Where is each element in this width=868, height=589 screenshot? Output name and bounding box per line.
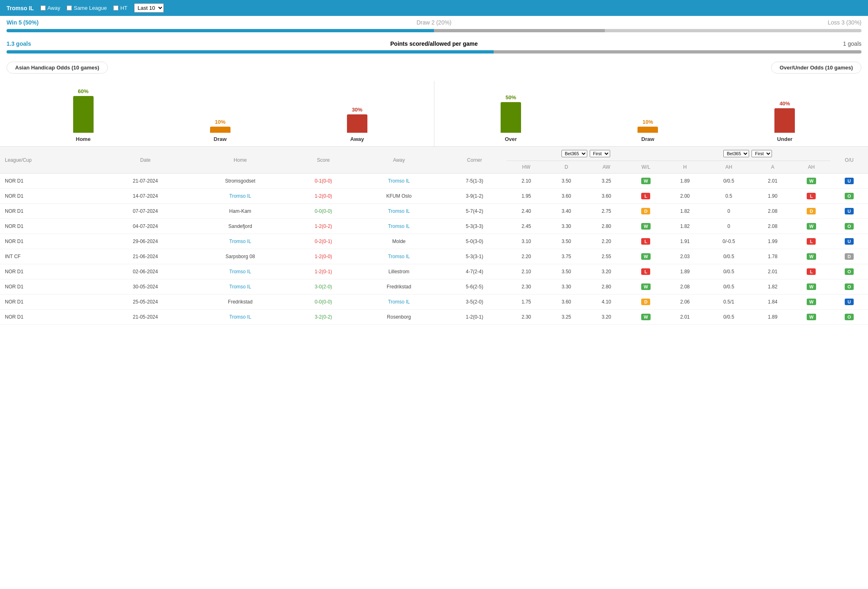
ht-checkbox-label[interactable]: HT [113, 5, 127, 11]
filter-select[interactable]: Last 10 Last 20 All [134, 3, 164, 13]
ah2-badge: W [807, 178, 816, 184]
cell-aw: 2.80 [586, 279, 626, 294]
win-bar [7, 29, 434, 32]
wl-badge: L [641, 268, 650, 275]
table-row: NOR D1 25-05-2024 Fredrikstad 0-0(0-0) T… [0, 294, 868, 310]
home-team-link[interactable]: Tromso IL [229, 193, 251, 199]
cell-date: 02-06-2024 [102, 264, 189, 279]
cell-ah: 0/0.5 [705, 264, 753, 279]
cell-ah2: L [792, 264, 830, 279]
wl-badge: W [641, 178, 650, 184]
cell-home: Ham-Kam [189, 204, 291, 219]
stats-bar: Win 5 (50%) Draw 2 (20%) Loss 3 (30%) [0, 16, 868, 27]
bar-away: 30% Away [347, 107, 367, 142]
cell-ah: 0/0.5 [705, 174, 753, 189]
cell-ou: U [830, 294, 868, 310]
cell-date: 04-07-2024 [102, 219, 189, 234]
cell-h: 2.06 [665, 294, 705, 310]
cell-h: 1.91 [665, 234, 705, 249]
cell-score: 3-0(2-0) [292, 279, 355, 294]
ou-badge: O [845, 193, 854, 199]
away-checkbox[interactable] [40, 5, 46, 11]
col-d: D [546, 161, 586, 174]
ah2-badge: L [807, 238, 816, 245]
cell-aw: 3.25 [586, 174, 626, 189]
cell-aw: 3.20 [586, 310, 626, 325]
home-team-link[interactable]: Tromso IL [229, 314, 251, 320]
away-team-link[interactable]: Tromso IL [388, 299, 410, 305]
cell-home: Tromso IL [189, 279, 291, 294]
table-row: NOR D1 21-07-2024 Stromsgodset 0-1(0-0) … [0, 174, 868, 189]
goals-title: Points scored/allowed per game [47, 40, 821, 47]
cell-date: 14-07-2024 [102, 189, 189, 204]
cell-wl: W [626, 219, 665, 234]
ou-badge: U [845, 208, 854, 214]
table-row: NOR D1 07-07-2024 Ham-Kam 0-0(0-0) Troms… [0, 204, 868, 219]
away-checkbox-label[interactable]: Away [40, 5, 60, 11]
cell-ah2: W [792, 279, 830, 294]
ht-checkbox[interactable] [113, 5, 119, 11]
cell-away: KFUM Oslo [355, 189, 443, 204]
cell-date: 25-05-2024 [102, 294, 189, 310]
draw-right-pct: 10% [642, 119, 653, 125]
cell-home: Sandefjord [189, 219, 291, 234]
col-date: Date [102, 147, 189, 174]
cell-away: Lillestrom [355, 264, 443, 279]
ah2-badge: W [807, 283, 816, 290]
first-select-2[interactable]: First [752, 150, 772, 157]
cell-hw: 2.10 [506, 174, 546, 189]
draw-left-bar-rect [210, 127, 230, 133]
cell-league: NOR D1 [0, 219, 102, 234]
cell-date: 30-05-2024 [102, 279, 189, 294]
bet365-select-2[interactable]: Bet365 [723, 150, 749, 157]
cell-d: 3.50 [546, 234, 586, 249]
cell-ah2: D [792, 204, 830, 219]
over-bar-rect [501, 102, 521, 133]
cell-home: Tromso IL [189, 234, 291, 249]
away-team: KFUM Oslo [386, 193, 412, 199]
cell-ah: 0.5 [705, 189, 753, 204]
cell-away: Molde [355, 234, 443, 249]
home-team-link[interactable]: Tromso IL [229, 239, 251, 244]
cell-league: NOR D1 [0, 234, 102, 249]
home-team-link[interactable]: Tromso IL [229, 269, 251, 274]
cell-score: 3-2(0-2) [292, 310, 355, 325]
first-select-1[interactable]: First [590, 150, 610, 157]
table-body: NOR D1 21-07-2024 Stromsgodset 0-1(0-0) … [0, 174, 868, 325]
cell-d: 3.40 [546, 204, 586, 219]
cell-score: 0-0(0-0) [292, 204, 355, 219]
cell-aw: 3.20 [586, 264, 626, 279]
table-row: NOR D1 02-06-2024 Tromso IL 1-2(0-1) Lil… [0, 264, 868, 279]
same-league-checkbox-label[interactable]: Same League [67, 5, 107, 11]
ou-badge: O [845, 268, 854, 275]
cell-ah2: L [792, 189, 830, 204]
cell-home: Sarpsborg 08 [189, 249, 291, 264]
cell-a: 1.90 [753, 189, 792, 204]
same-league-checkbox[interactable] [67, 5, 72, 11]
cell-hw: 2.20 [506, 249, 546, 264]
cell-a: 2.01 [753, 264, 792, 279]
cell-home: Tromso IL [189, 310, 291, 325]
home-bar-rect [73, 96, 94, 133]
col-group-bet365-1: Bet365 First [506, 147, 665, 161]
home-team: Ham-Kam [229, 208, 251, 214]
away-team-link[interactable]: Tromso IL [388, 254, 410, 259]
bet365-select-1[interactable]: Bet365 [562, 150, 587, 157]
loss-stat: Loss 3 (30%) [812, 19, 861, 26]
away-team-link[interactable]: Tromso IL [388, 178, 410, 184]
cell-ah2: W [792, 219, 830, 234]
cell-ou: O [830, 219, 868, 234]
table-row: NOR D1 30-05-2024 Tromso IL 3-0(2-0) Fre… [0, 279, 868, 294]
cell-hw: 3.10 [506, 234, 546, 249]
away-team-link[interactable]: Tromso IL [388, 223, 410, 229]
ou-badge: O [845, 314, 854, 320]
cell-d: 3.60 [546, 189, 586, 204]
away-team-link[interactable]: Tromso IL [388, 208, 410, 214]
cell-ah: 0.5/1 [705, 294, 753, 310]
cell-ah2: W [792, 310, 830, 325]
home-team-link[interactable]: Tromso IL [229, 284, 251, 290]
cell-date: 21-07-2024 [102, 174, 189, 189]
matches-table: League/Cup Date Home Score Away Corner B… [0, 147, 868, 325]
cell-corner: 4-7(2-4) [443, 264, 506, 279]
cell-away: Rosenborg [355, 310, 443, 325]
